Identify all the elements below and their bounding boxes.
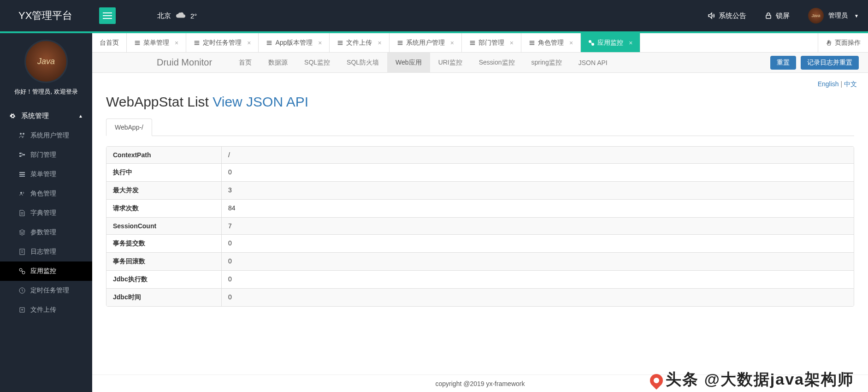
svg-rect-3 xyxy=(766,15,771,18)
lang-chinese[interactable]: 中文 xyxy=(844,80,857,88)
lock-link[interactable]: 锁屏 xyxy=(765,12,790,20)
close-icon[interactable]: × xyxy=(569,39,573,47)
druid-link-2[interactable]: SQL监控 xyxy=(296,53,338,73)
close-icon[interactable]: × xyxy=(247,39,251,47)
stat-value: 0 xyxy=(222,164,854,181)
tab-app-monitor[interactable]: 应用监控 × xyxy=(581,33,640,52)
nav-item-7[interactable]: 应用监控 xyxy=(0,261,92,281)
nav-item-6[interactable]: 日志管理 xyxy=(0,242,92,261)
nav-item-9[interactable]: 文件上传 xyxy=(0,300,92,320)
svg-point-5 xyxy=(23,133,24,135)
stat-value: 0 xyxy=(222,253,854,270)
svg-rect-37 xyxy=(530,44,535,45)
monitor-icon xyxy=(588,40,595,46)
tab-page-actions[interactable]: 页面操作 xyxy=(818,33,868,52)
tab-1[interactable]: 定时任务管理× xyxy=(186,33,259,52)
nav-icon xyxy=(18,287,26,294)
nav-item-2[interactable]: 菜单管理 xyxy=(0,165,92,184)
reset-button[interactable]: 重置 xyxy=(770,56,796,70)
nav-item-3[interactable]: 角色管理 xyxy=(0,184,92,203)
language-switch: English | 中文 xyxy=(92,73,868,90)
weather-widget: 北京 2° xyxy=(157,12,197,20)
close-icon[interactable]: × xyxy=(629,39,632,47)
stat-label: 最大并发 xyxy=(106,182,222,199)
stat-label: Jdbc时间 xyxy=(106,289,222,306)
tab-2[interactable]: App版本管理× xyxy=(259,33,330,52)
table-row: 请求次数84 xyxy=(106,200,854,218)
stat-label: SessionCount xyxy=(106,218,222,234)
tab-5[interactable]: 部门管理× xyxy=(462,33,521,52)
weather-city: 北京 xyxy=(157,12,171,20)
caret-down-icon: ▼ xyxy=(854,13,859,18)
tab-4[interactable]: 系统用户管理× xyxy=(390,33,462,52)
svg-rect-21 xyxy=(195,42,200,43)
toggle-sidebar-button[interactable] xyxy=(99,7,116,24)
stat-label: Jdbc执行数 xyxy=(106,271,222,288)
stat-label: 请求次数 xyxy=(106,200,222,217)
stat-value: 3 xyxy=(222,182,854,199)
nav-section-system[interactable]: 系统管理 ▲ xyxy=(0,106,92,126)
sidebar: Java 你好！管理员, 欢迎登录 系统管理 ▲ 系统用户管理部门管理菜单管理角… xyxy=(0,33,92,392)
svg-rect-28 xyxy=(338,44,343,45)
svg-rect-8 xyxy=(23,154,25,155)
nav-item-8[interactable]: 定时任务管理 xyxy=(0,281,92,300)
druid-link-8[interactable]: JSON API xyxy=(570,53,616,73)
stat-value: 84 xyxy=(222,200,854,217)
nav-item-4[interactable]: 字典管理 xyxy=(0,203,92,223)
content-area: 台首页 菜单管理×定时任务管理×App版本管理×文件上传×系统用户管理×部门管理… xyxy=(92,33,868,392)
tab-0[interactable]: 菜单管理× xyxy=(127,33,186,52)
stat-value: / xyxy=(222,147,854,163)
footer: copyright @2019 yx-framework xyxy=(92,374,868,392)
close-icon[interactable]: × xyxy=(318,39,322,47)
tab-3[interactable]: 文件上传× xyxy=(330,33,389,52)
weather-temp: 2° xyxy=(190,12,197,20)
tab-icon xyxy=(529,40,535,46)
tab-icon xyxy=(337,40,343,46)
chevron-up-icon: ▲ xyxy=(78,113,83,119)
svg-rect-0 xyxy=(103,12,112,13)
log-reset-button[interactable]: 记录日志并重置 xyxy=(801,56,859,70)
view-json-link[interactable]: View JSON API xyxy=(213,94,308,109)
user-menu[interactable]: Java 管理员 ▼ xyxy=(808,8,859,24)
svg-rect-34 xyxy=(470,44,475,45)
table-row: 执行中0 xyxy=(106,164,854,182)
lang-english[interactable]: English xyxy=(818,80,839,88)
nav-icon xyxy=(18,209,26,217)
svg-rect-25 xyxy=(267,44,272,45)
nav-item-5[interactable]: 参数管理 xyxy=(0,223,92,242)
nav-icon xyxy=(18,190,26,197)
svg-rect-2 xyxy=(103,18,112,19)
tab-6[interactable]: 角色管理× xyxy=(521,33,581,52)
stat-value: 7 xyxy=(222,218,854,234)
tab-icon xyxy=(134,40,141,46)
druid-link-6[interactable]: Session监控 xyxy=(471,53,523,73)
svg-rect-11 xyxy=(19,176,25,177)
svg-rect-23 xyxy=(267,41,272,42)
svg-rect-13 xyxy=(20,249,24,255)
avatar-large: Java xyxy=(24,40,68,83)
announce-link[interactable]: 系统公告 xyxy=(708,12,746,20)
druid-link-0[interactable]: 首页 xyxy=(230,53,260,73)
stat-value: 0 xyxy=(222,235,854,252)
page-tabs: 台首页 菜单管理×定时任务管理×App版本管理×文件上传×系统用户管理×部门管理… xyxy=(92,33,868,53)
druid-link-7[interactable]: spring监控 xyxy=(523,53,570,73)
tab-icon xyxy=(266,40,272,46)
druid-link-5[interactable]: URI监控 xyxy=(430,53,471,73)
table-row: ContextPath/ xyxy=(106,147,854,164)
svg-rect-31 xyxy=(397,44,402,45)
druid-link-1[interactable]: 数据源 xyxy=(260,53,296,73)
svg-rect-36 xyxy=(530,42,535,43)
subtab-webapp[interactable]: WebApp-/ xyxy=(106,119,152,136)
nav-item-0[interactable]: 系统用户管理 xyxy=(0,126,92,145)
close-icon[interactable]: × xyxy=(510,39,514,47)
druid-link-3[interactable]: SQL防火墙 xyxy=(338,53,387,73)
close-icon[interactable]: × xyxy=(378,39,381,47)
close-icon[interactable]: × xyxy=(450,39,454,47)
svg-rect-35 xyxy=(530,41,535,42)
svg-rect-10 xyxy=(19,174,25,175)
close-icon[interactable]: × xyxy=(175,39,178,47)
tab-home[interactable]: 台首页 xyxy=(92,33,127,52)
lock-icon xyxy=(765,12,772,19)
nav-item-1[interactable]: 部门管理 xyxy=(0,145,92,165)
druid-link-4[interactable]: Web应用 xyxy=(387,53,430,73)
